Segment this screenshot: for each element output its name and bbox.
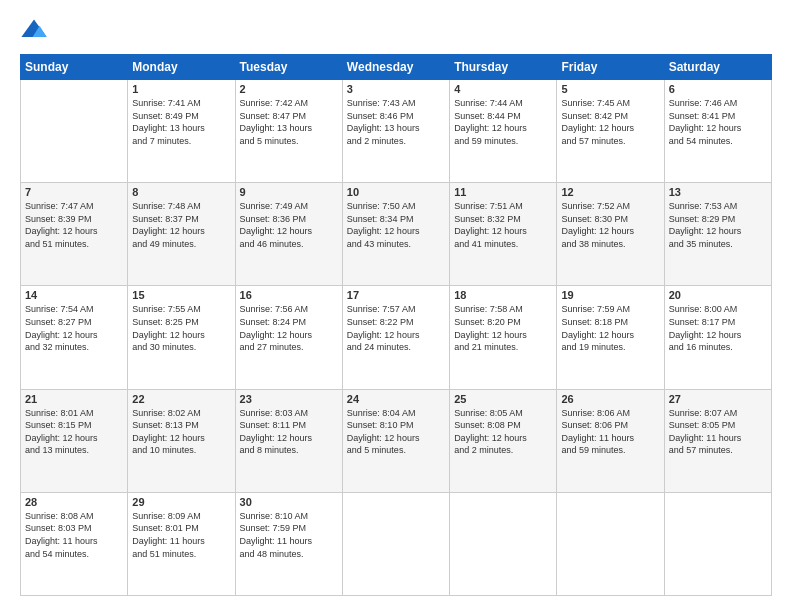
- day-info: Sunrise: 8:07 AM Sunset: 8:05 PM Dayligh…: [669, 407, 767, 457]
- calendar-cell: 21Sunrise: 8:01 AM Sunset: 8:15 PM Dayli…: [21, 389, 128, 492]
- calendar-cell: 3Sunrise: 7:43 AM Sunset: 8:46 PM Daylig…: [342, 80, 449, 183]
- day-info: Sunrise: 7:46 AM Sunset: 8:41 PM Dayligh…: [669, 97, 767, 147]
- calendar-cell: 23Sunrise: 8:03 AM Sunset: 8:11 PM Dayli…: [235, 389, 342, 492]
- calendar-cell: [557, 492, 664, 595]
- calendar-cell: 6Sunrise: 7:46 AM Sunset: 8:41 PM Daylig…: [664, 80, 771, 183]
- day-info: Sunrise: 7:58 AM Sunset: 8:20 PM Dayligh…: [454, 303, 552, 353]
- day-number: 13: [669, 186, 767, 198]
- day-number: 7: [25, 186, 123, 198]
- day-info: Sunrise: 7:59 AM Sunset: 8:18 PM Dayligh…: [561, 303, 659, 353]
- weekday-header: Monday: [128, 55, 235, 80]
- calendar-cell: 11Sunrise: 7:51 AM Sunset: 8:32 PM Dayli…: [450, 183, 557, 286]
- calendar-cell: [450, 492, 557, 595]
- day-number: 17: [347, 289, 445, 301]
- calendar-cell: 10Sunrise: 7:50 AM Sunset: 8:34 PM Dayli…: [342, 183, 449, 286]
- day-info: Sunrise: 7:52 AM Sunset: 8:30 PM Dayligh…: [561, 200, 659, 250]
- day-number: 5: [561, 83, 659, 95]
- day-number: 4: [454, 83, 552, 95]
- day-info: Sunrise: 7:56 AM Sunset: 8:24 PM Dayligh…: [240, 303, 338, 353]
- day-number: 25: [454, 393, 552, 405]
- weekday-header: Sunday: [21, 55, 128, 80]
- calendar-cell: 7Sunrise: 7:47 AM Sunset: 8:39 PM Daylig…: [21, 183, 128, 286]
- day-info: Sunrise: 7:54 AM Sunset: 8:27 PM Dayligh…: [25, 303, 123, 353]
- day-info: Sunrise: 7:44 AM Sunset: 8:44 PM Dayligh…: [454, 97, 552, 147]
- day-info: Sunrise: 7:41 AM Sunset: 8:49 PM Dayligh…: [132, 97, 230, 147]
- day-number: 22: [132, 393, 230, 405]
- day-info: Sunrise: 8:06 AM Sunset: 8:06 PM Dayligh…: [561, 407, 659, 457]
- day-number: 28: [25, 496, 123, 508]
- day-number: 21: [25, 393, 123, 405]
- day-info: Sunrise: 8:09 AM Sunset: 8:01 PM Dayligh…: [132, 510, 230, 560]
- day-info: Sunrise: 8:03 AM Sunset: 8:11 PM Dayligh…: [240, 407, 338, 457]
- calendar-cell: 1Sunrise: 7:41 AM Sunset: 8:49 PM Daylig…: [128, 80, 235, 183]
- day-number: 3: [347, 83, 445, 95]
- calendar-week-row: 14Sunrise: 7:54 AM Sunset: 8:27 PM Dayli…: [21, 286, 772, 389]
- day-info: Sunrise: 7:45 AM Sunset: 8:42 PM Dayligh…: [561, 97, 659, 147]
- day-info: Sunrise: 7:42 AM Sunset: 8:47 PM Dayligh…: [240, 97, 338, 147]
- day-info: Sunrise: 8:04 AM Sunset: 8:10 PM Dayligh…: [347, 407, 445, 457]
- day-number: 27: [669, 393, 767, 405]
- day-info: Sunrise: 8:08 AM Sunset: 8:03 PM Dayligh…: [25, 510, 123, 560]
- header: [20, 16, 772, 44]
- calendar-cell: 14Sunrise: 7:54 AM Sunset: 8:27 PM Dayli…: [21, 286, 128, 389]
- day-number: 14: [25, 289, 123, 301]
- day-info: Sunrise: 8:00 AM Sunset: 8:17 PM Dayligh…: [669, 303, 767, 353]
- day-info: Sunrise: 7:55 AM Sunset: 8:25 PM Dayligh…: [132, 303, 230, 353]
- calendar-cell: 20Sunrise: 8:00 AM Sunset: 8:17 PM Dayli…: [664, 286, 771, 389]
- day-number: 11: [454, 186, 552, 198]
- calendar-cell: 25Sunrise: 8:05 AM Sunset: 8:08 PM Dayli…: [450, 389, 557, 492]
- day-number: 26: [561, 393, 659, 405]
- calendar-cell: [21, 80, 128, 183]
- day-info: Sunrise: 7:48 AM Sunset: 8:37 PM Dayligh…: [132, 200, 230, 250]
- day-number: 8: [132, 186, 230, 198]
- calendar-cell: 15Sunrise: 7:55 AM Sunset: 8:25 PM Dayli…: [128, 286, 235, 389]
- calendar-cell: 18Sunrise: 7:58 AM Sunset: 8:20 PM Dayli…: [450, 286, 557, 389]
- calendar-week-row: 21Sunrise: 8:01 AM Sunset: 8:15 PM Dayli…: [21, 389, 772, 492]
- day-number: 30: [240, 496, 338, 508]
- day-number: 15: [132, 289, 230, 301]
- day-number: 20: [669, 289, 767, 301]
- day-info: Sunrise: 7:50 AM Sunset: 8:34 PM Dayligh…: [347, 200, 445, 250]
- calendar-week-row: 1Sunrise: 7:41 AM Sunset: 8:49 PM Daylig…: [21, 80, 772, 183]
- day-number: 12: [561, 186, 659, 198]
- calendar-cell: 17Sunrise: 7:57 AM Sunset: 8:22 PM Dayli…: [342, 286, 449, 389]
- calendar-cell: 29Sunrise: 8:09 AM Sunset: 8:01 PM Dayli…: [128, 492, 235, 595]
- day-number: 16: [240, 289, 338, 301]
- calendar-header-row: SundayMondayTuesdayWednesdayThursdayFrid…: [21, 55, 772, 80]
- day-info: Sunrise: 8:01 AM Sunset: 8:15 PM Dayligh…: [25, 407, 123, 457]
- calendar-cell: 26Sunrise: 8:06 AM Sunset: 8:06 PM Dayli…: [557, 389, 664, 492]
- day-info: Sunrise: 8:05 AM Sunset: 8:08 PM Dayligh…: [454, 407, 552, 457]
- calendar-cell: 22Sunrise: 8:02 AM Sunset: 8:13 PM Dayli…: [128, 389, 235, 492]
- page: SundayMondayTuesdayWednesdayThursdayFrid…: [0, 0, 792, 612]
- day-number: 24: [347, 393, 445, 405]
- logo: [20, 16, 54, 44]
- day-number: 2: [240, 83, 338, 95]
- day-info: Sunrise: 7:57 AM Sunset: 8:22 PM Dayligh…: [347, 303, 445, 353]
- day-info: Sunrise: 7:47 AM Sunset: 8:39 PM Dayligh…: [25, 200, 123, 250]
- calendar-cell: 13Sunrise: 7:53 AM Sunset: 8:29 PM Dayli…: [664, 183, 771, 286]
- day-info: Sunrise: 7:51 AM Sunset: 8:32 PM Dayligh…: [454, 200, 552, 250]
- day-info: Sunrise: 7:49 AM Sunset: 8:36 PM Dayligh…: [240, 200, 338, 250]
- weekday-header: Friday: [557, 55, 664, 80]
- day-number: 6: [669, 83, 767, 95]
- calendar-cell: 27Sunrise: 8:07 AM Sunset: 8:05 PM Dayli…: [664, 389, 771, 492]
- calendar-cell: 16Sunrise: 7:56 AM Sunset: 8:24 PM Dayli…: [235, 286, 342, 389]
- calendar-cell: 28Sunrise: 8:08 AM Sunset: 8:03 PM Dayli…: [21, 492, 128, 595]
- weekday-header: Wednesday: [342, 55, 449, 80]
- weekday-header: Saturday: [664, 55, 771, 80]
- day-info: Sunrise: 8:10 AM Sunset: 7:59 PM Dayligh…: [240, 510, 338, 560]
- day-info: Sunrise: 7:53 AM Sunset: 8:29 PM Dayligh…: [669, 200, 767, 250]
- calendar-table: SundayMondayTuesdayWednesdayThursdayFrid…: [20, 54, 772, 596]
- logo-icon: [20, 16, 48, 44]
- day-number: 9: [240, 186, 338, 198]
- day-number: 23: [240, 393, 338, 405]
- calendar-cell: [342, 492, 449, 595]
- calendar-cell: 30Sunrise: 8:10 AM Sunset: 7:59 PM Dayli…: [235, 492, 342, 595]
- day-number: 1: [132, 83, 230, 95]
- calendar-cell: 8Sunrise: 7:48 AM Sunset: 8:37 PM Daylig…: [128, 183, 235, 286]
- day-number: 18: [454, 289, 552, 301]
- calendar-week-row: 28Sunrise: 8:08 AM Sunset: 8:03 PM Dayli…: [21, 492, 772, 595]
- calendar-cell: 5Sunrise: 7:45 AM Sunset: 8:42 PM Daylig…: [557, 80, 664, 183]
- calendar-cell: 24Sunrise: 8:04 AM Sunset: 8:10 PM Dayli…: [342, 389, 449, 492]
- day-number: 19: [561, 289, 659, 301]
